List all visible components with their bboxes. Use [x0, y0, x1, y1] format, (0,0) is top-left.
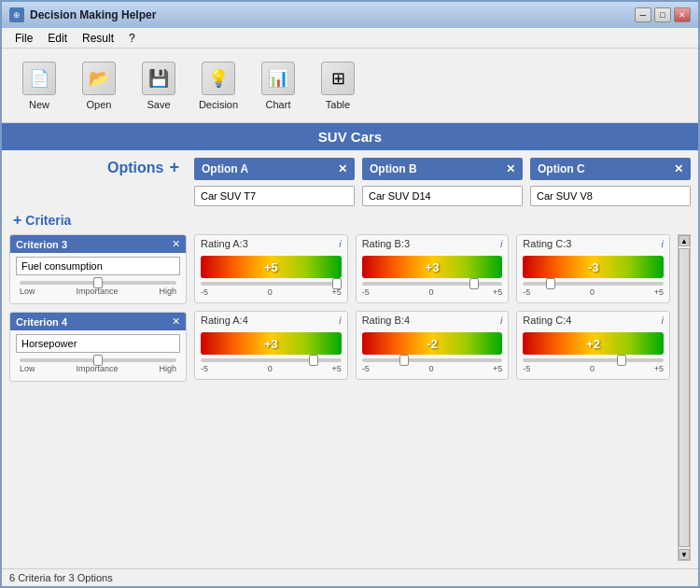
criterion-3-slider-container: Low Importance High [16, 279, 180, 298]
option-c-close[interactable]: ✕ [674, 162, 683, 175]
option-col-c: Option C ✕ [530, 158, 691, 206]
rating-c4-thumb[interactable] [617, 355, 626, 366]
page-title: SUV Cars [2, 123, 698, 150]
new-button[interactable]: 📄 New [11, 54, 67, 118]
option-b-input[interactable] [362, 186, 523, 206]
rating-c4-info[interactable]: i [662, 315, 664, 326]
status-text: 6 Criteria for 3 Options [9, 572, 113, 583]
option-header-b: Option B ✕ [362, 158, 523, 180]
header-row: Options + Option A ✕ Option B [9, 158, 691, 206]
decision-button[interactable]: 💡 Decision [190, 54, 246, 118]
criteria-side: Criterion 3 ✕ Low Importance High [9, 234, 187, 561]
rating-b3-info[interactable]: i [500, 238, 502, 249]
rating-c3-info[interactable]: i [662, 238, 664, 249]
close-button[interactable]: ✕ [674, 7, 691, 22]
rating-c4-header: Rating C:4 i [523, 312, 664, 329]
rating-b4-thumb[interactable] [399, 355, 409, 366]
criterion-3-input[interactable] [16, 257, 180, 275]
criterion-4-slider-container: Low Importance High [16, 357, 180, 375]
rating-c3-label: Rating C:3 [523, 238, 571, 249]
criterion-4-low: Low [20, 364, 35, 373]
right-scrollbar[interactable]: ▲ ▼ [678, 234, 691, 561]
rating-a3-label: Rating A:3 [201, 238, 248, 249]
rating-b4-card: Rating B:4 i -2 -5 [356, 311, 510, 380]
rating-c4-label: Rating C:4 [523, 315, 571, 326]
rating-a3-header: Rating A:3 i [201, 235, 342, 252]
grid-area: Criterion 3 ✕ Low Importance High [9, 234, 691, 561]
scrollbar-thumb[interactable] [679, 248, 690, 547]
table-button[interactable]: ⊞ Table [310, 54, 366, 118]
criterion-4-close[interactable]: ✕ [172, 315, 180, 328]
criterion-3-slider-thumb[interactable] [93, 277, 103, 288]
rating-c3-card: Rating C:3 i -3 -5 [516, 234, 670, 303]
options-header: Options + [9, 158, 187, 177]
criterion-4-header: Criterion 4 ✕ [10, 313, 186, 330]
rating-row-4: Rating A:4 i +3 -5 [194, 311, 670, 380]
rating-a3-thumb[interactable] [332, 278, 342, 289]
rating-row-3: Rating A:3 i +5 -5 [194, 234, 670, 303]
menu-help[interactable]: ? [121, 30, 143, 47]
scroll-down-arrow[interactable]: ▼ [679, 549, 690, 560]
rating-b4-min: -5 [362, 364, 370, 373]
save-button[interactable]: 💾 Save [131, 54, 187, 118]
option-b-close[interactable]: ✕ [506, 162, 515, 175]
option-a-header-label: Option A [202, 162, 248, 175]
window-controls: ─ □ ✕ [635, 7, 691, 22]
save-label: Save [147, 99, 170, 110]
scroll-up-arrow[interactable]: ▲ [679, 235, 690, 246]
chart-label: Chart [266, 99, 291, 110]
menu-edit[interactable]: Edit [40, 30, 75, 47]
option-col-a: Option A ✕ [194, 158, 355, 206]
rating-a4-info[interactable]: i [339, 315, 341, 326]
minimize-button[interactable]: ─ [635, 7, 651, 22]
window-title: Decision Making Helper [30, 8, 629, 21]
rating-c3-header: Rating C:3 i [523, 235, 664, 252]
open-icon: 📂 [82, 62, 116, 95]
options-label: Options [107, 160, 163, 176]
rating-a3-info[interactable]: i [339, 238, 341, 249]
rating-c3-value: -3 [588, 260, 599, 274]
rating-b3-axis: -5 0 +5 [362, 287, 503, 297]
criterion-4-slider-track [20, 358, 176, 362]
rating-c3-thumb[interactable] [546, 278, 555, 289]
title-bar: ⊕ Decision Making Helper ─ □ ✕ [2, 2, 698, 28]
rating-c4-mid: 0 [590, 364, 595, 373]
maximize-button[interactable]: □ [654, 7, 671, 22]
rating-b3-bar: +3 [362, 256, 503, 278]
rating-b4-info[interactable]: i [500, 315, 502, 326]
rating-a4-max: +5 [331, 364, 341, 373]
criterion-3-label: Criterion 3 [16, 239, 67, 250]
add-criteria-button[interactable]: + [13, 212, 21, 229]
add-option-button[interactable]: + [169, 158, 179, 177]
menu-file[interactable]: File [7, 30, 40, 47]
option-a-close[interactable]: ✕ [338, 162, 347, 175]
open-button[interactable]: 📂 Open [71, 54, 127, 118]
rating-b3-mid: 0 [428, 287, 433, 297]
option-col-b: Option B ✕ [362, 158, 523, 206]
rating-a3-axis: -5 0 +5 [201, 287, 342, 297]
table-icon: ⊞ [321, 62, 355, 95]
rating-b3-card: Rating B:3 i +3 -5 [356, 234, 510, 303]
criterion-4-input[interactable] [16, 334, 180, 353]
rating-a3-min: -5 [201, 287, 208, 297]
menu-result[interactable]: Result [75, 30, 121, 47]
rating-b4-max: +5 [493, 364, 502, 373]
option-a-input[interactable] [194, 186, 355, 206]
criterion-3-close[interactable]: ✕ [172, 238, 180, 250]
rating-c4-bar-container: +2 [523, 332, 664, 355]
criterion-3-card: Criterion 3 ✕ Low Importance High [9, 234, 187, 304]
main-window: ⊕ Decision Making Helper ─ □ ✕ File Edit… [0, 0, 700, 588]
options-columns: Option A ✕ Option B ✕ Option C [194, 158, 691, 206]
criterion-3-header: Criterion 3 ✕ [10, 235, 186, 253]
rating-b3-slider [362, 282, 503, 286]
rating-b3-label: Rating B:3 [362, 238, 410, 249]
ratings-area: Rating A:3 i +5 -5 [194, 234, 670, 561]
open-label: Open [87, 99, 112, 110]
option-c-input[interactable] [530, 186, 691, 206]
rating-b3-thumb[interactable] [469, 278, 479, 289]
decision-icon: 💡 [202, 62, 235, 95]
rating-b3-value: +3 [426, 260, 440, 274]
chart-button[interactable]: 📊 Chart [250, 54, 306, 118]
rating-a4-thumb[interactable] [309, 355, 318, 366]
criterion-4-slider-thumb[interactable] [93, 355, 103, 366]
